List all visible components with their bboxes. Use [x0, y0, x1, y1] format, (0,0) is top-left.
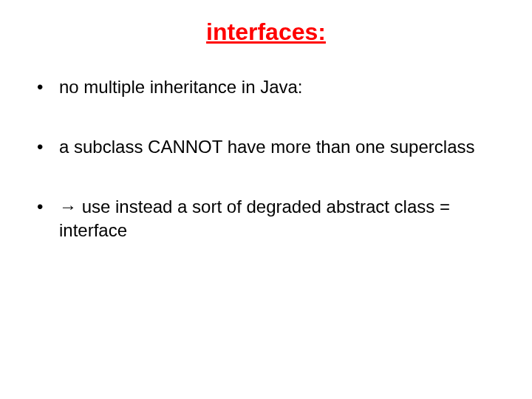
slide-title: interfaces:	[30, 18, 502, 46]
bullet-text-3: → use instead a sort of degraded abstrac…	[59, 197, 450, 239]
bullet-list: no multiple inheritance in Java: a subcl…	[30, 75, 502, 242]
bullet-item-1: no multiple inheritance in Java:	[37, 75, 502, 98]
bullet-item-3: → use instead a sort of degraded abstrac…	[37, 195, 502, 241]
bullet-item-2: a subclass CANNOT have more than one sup…	[37, 135, 502, 158]
